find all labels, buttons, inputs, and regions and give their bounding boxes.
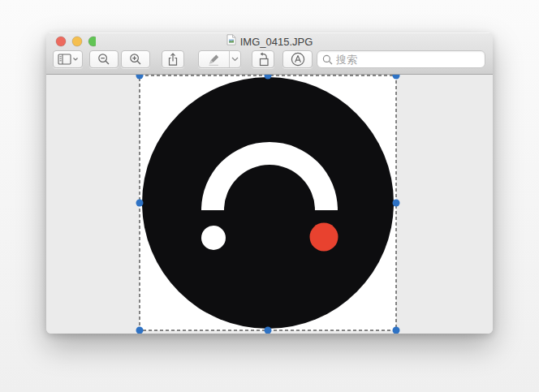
chevron-down-icon — [73, 58, 77, 61]
chevron-down-icon — [231, 57, 239, 62]
magnifier-icon — [322, 54, 333, 65]
rotate-left-button[interactable] — [252, 50, 274, 68]
logo-image — [140, 75, 396, 330]
markup-circle-a-icon — [291, 52, 305, 67]
pen-dropdown-button[interactable] — [230, 51, 240, 67]
markup-toolbar-button[interactable] — [282, 50, 313, 68]
preview-window: IMG_0415.JPG — [46, 32, 493, 334]
share-button[interactable] — [162, 50, 184, 68]
marker-pen-icon — [206, 52, 221, 67]
document-icon — [226, 34, 236, 49]
search-field[interactable] — [317, 50, 485, 68]
share-icon — [166, 52, 179, 67]
rotate-left-icon — [256, 52, 270, 67]
search-input[interactable] — [336, 54, 480, 66]
magnifier-minus-icon — [97, 53, 110, 66]
logo-left-dot — [201, 226, 226, 250]
logo-right-dot — [310, 223, 338, 252]
markup-pen-button[interactable] — [199, 51, 229, 67]
zoom-in-button[interactable] — [121, 50, 150, 68]
markup-pen-button-group[interactable] — [198, 50, 241, 68]
document-canvas[interactable] — [46, 75, 493, 334]
window-title: IMG_0415.JPG — [240, 36, 313, 48]
zoom-out-button[interactable] — [89, 50, 119, 68]
magnifier-plus-icon — [129, 53, 142, 66]
logo-black-circle — [142, 77, 394, 329]
sidebar-toggle-button[interactable] — [53, 50, 83, 68]
image-document[interactable] — [140, 75, 396, 330]
sidebar-panel-icon — [58, 53, 79, 66]
